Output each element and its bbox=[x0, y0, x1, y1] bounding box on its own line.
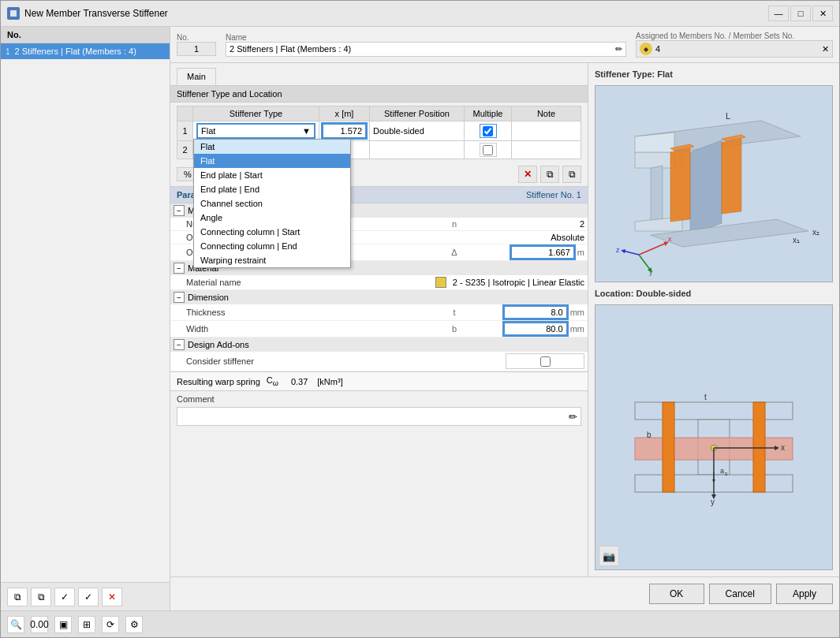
expand-material[interactable]: − bbox=[174, 263, 185, 274]
cancel-button[interactable]: Cancel bbox=[709, 584, 771, 604]
expand-multiple[interactable]: − bbox=[174, 205, 185, 216]
row-2-checkbox-wrapper[interactable] bbox=[480, 143, 497, 157]
offset-type-value: Absolute bbox=[466, 233, 584, 242]
row-2-checkbox[interactable] bbox=[483, 145, 493, 155]
uncheck-list-button[interactable]: ✓ bbox=[78, 588, 99, 606]
list-item[interactable]: 1 2 Stiffeners | Flat (Members : 4) bbox=[1, 43, 170, 59]
svg-marker-7 bbox=[651, 166, 663, 222]
thickness-label: Thickness bbox=[186, 308, 442, 317]
no-input[interactable]: 1 bbox=[177, 42, 216, 56]
svg-text:z: z bbox=[616, 246, 620, 254]
window-controls: — □ ✕ bbox=[768, 6, 833, 21]
consider-stiffener-label: Consider stiffener bbox=[186, 356, 442, 366]
svg-rect-23 bbox=[635, 402, 793, 420]
tab-main[interactable]: Main bbox=[177, 68, 216, 85]
delete-row-button[interactable]: ✕ bbox=[518, 166, 537, 183]
dropdown-item-conn-start[interactable]: Connecting column | Start bbox=[194, 225, 350, 239]
width-symbol: b bbox=[442, 324, 466, 334]
dropdown-item-conn-end[interactable]: Connecting column | End bbox=[194, 239, 350, 253]
comment-input-wrapper: ✏ bbox=[177, 407, 581, 426]
thickness-input[interactable] bbox=[504, 306, 567, 319]
dropdown-item-warping[interactable]: Warping restraint bbox=[194, 253, 350, 267]
name-input[interactable] bbox=[230, 44, 615, 54]
viz-panel: Stiffener Type: Flat bbox=[588, 63, 839, 576]
width-value-wrapper: mm bbox=[466, 323, 584, 335]
row-2-number: 2 bbox=[177, 141, 193, 159]
consider-stiffener-value bbox=[466, 353, 584, 369]
comment-input[interactable] bbox=[181, 412, 569, 421]
th-number bbox=[177, 106, 193, 121]
assigned-value: 4 bbox=[655, 44, 822, 54]
row-2-multiple bbox=[465, 141, 512, 159]
params-stiffener-no: Stiffener No. 1 bbox=[526, 190, 581, 200]
width-input[interactable] bbox=[504, 323, 567, 335]
consider-stiffener-checkbox-wrapper[interactable] bbox=[506, 353, 584, 369]
warp-symbol: Cω bbox=[267, 375, 278, 387]
maximize-button[interactable]: □ bbox=[790, 6, 811, 21]
minimize-button[interactable]: — bbox=[768, 6, 789, 21]
title-bar: New Member Transverse Stiffener — □ ✕ bbox=[1, 1, 839, 27]
status-icon-3[interactable]: ▣ bbox=[54, 616, 72, 633]
dropdown-item-channel[interactable]: Channel section bbox=[194, 196, 350, 211]
svg-marker-9 bbox=[670, 148, 690, 222]
svg-text:y: y bbox=[711, 498, 715, 506]
copy-list-button[interactable]: ⧉ bbox=[7, 588, 28, 606]
viz-location-title: Location: Double-sided bbox=[595, 289, 833, 298]
material-color-icon bbox=[435, 277, 446, 288]
th-note: Note bbox=[512, 106, 581, 121]
row-1-checkbox[interactable] bbox=[483, 126, 493, 136]
name-input-wrapper: ✏ bbox=[226, 42, 626, 57]
svg-text:x₁: x₁ bbox=[793, 236, 800, 244]
offset-input[interactable] bbox=[511, 246, 574, 259]
assigned-input-wrapper: ◆ 4 ✕ bbox=[636, 40, 833, 58]
row-1-type-chevron: ▼ bbox=[302, 126, 311, 136]
dropdown-item-angle[interactable]: Angle bbox=[194, 211, 350, 225]
apply-button[interactable]: Apply bbox=[776, 584, 833, 604]
header-assigned-group: Assigned to Members No. / Member Sets No… bbox=[636, 32, 833, 58]
screenshot-button[interactable]: 📷 bbox=[599, 546, 619, 566]
row-1-checkbox-wrapper[interactable] bbox=[480, 124, 497, 138]
material-name-row: Material name 2 - S235 | Isotropic | Lin… bbox=[170, 275, 588, 290]
stiffener-table: Stiffener Type x [m] Stiffener Position … bbox=[177, 106, 581, 159]
svg-text:L: L bbox=[726, 111, 730, 121]
close-button[interactable]: ✕ bbox=[812, 6, 833, 21]
comment-edit-button[interactable]: ✏ bbox=[569, 411, 577, 423]
assigned-icon: ◆ bbox=[640, 43, 652, 55]
status-icon-1[interactable]: 🔍 bbox=[7, 616, 24, 633]
expand-design-addons[interactable]: − bbox=[174, 339, 185, 350]
dimension-group: − Dimension Thickness t mm Wi bbox=[170, 290, 588, 338]
status-icon-4[interactable]: ⊞ bbox=[78, 616, 95, 633]
svg-line-15 bbox=[623, 251, 639, 255]
main-window: New Member Transverse Stiffener — □ ✕ No… bbox=[0, 0, 840, 638]
consider-stiffener-checkbox[interactable] bbox=[540, 356, 551, 367]
svg-text:t: t bbox=[704, 393, 707, 401]
ok-button[interactable]: OK bbox=[649, 584, 704, 604]
dropdown-item-flat-2[interactable]: Flat bbox=[194, 154, 350, 168]
dropdown-item-endplate-start[interactable]: End plate | Start bbox=[194, 168, 350, 182]
thickness-symbol: t bbox=[442, 308, 466, 317]
expand-dimension[interactable]: − bbox=[174, 292, 185, 303]
assigned-edit-button[interactable]: ✕ bbox=[822, 44, 829, 54]
name-edit-button[interactable]: ✏ bbox=[615, 44, 622, 54]
dimension-label: Dimension bbox=[188, 293, 229, 302]
dropdown-item-endplate-end[interactable]: End plate | End bbox=[194, 182, 350, 196]
viz-2d-view: x y t b a bbox=[595, 304, 833, 570]
status-icon-6[interactable]: ⚙ bbox=[125, 616, 143, 633]
delete-list-button[interactable]: ✕ bbox=[102, 588, 122, 606]
list-item-label: 2 Stiffeners | Flat (Members : 4) bbox=[15, 47, 136, 56]
status-icon-2[interactable]: 0.00 bbox=[31, 616, 48, 633]
design-addons-label: Design Add-ons bbox=[188, 340, 249, 349]
main-body: No. 1 2 Stiffeners | Flat (Members : 4) … bbox=[1, 27, 839, 610]
row-1-x-input[interactable] bbox=[323, 124, 366, 138]
thickness-unit: mm bbox=[570, 308, 584, 317]
paste-list-button[interactable]: ⧉ bbox=[31, 588, 51, 606]
row-1-note bbox=[512, 121, 581, 141]
paste-row-button[interactable]: ⧉ bbox=[562, 166, 581, 183]
row-1-type-select[interactable]: Flat ▼ bbox=[196, 123, 315, 139]
copy-row-button[interactable]: ⧉ bbox=[540, 166, 559, 183]
warp-row: Resulting warp spring Cω 0.37 [kNm³] bbox=[170, 371, 588, 390]
svg-rect-27 bbox=[663, 402, 674, 492]
status-icon-5[interactable]: ⟳ bbox=[102, 616, 119, 633]
dropdown-item-flat-1[interactable]: Flat bbox=[194, 140, 350, 154]
check-list-button[interactable]: ✓ bbox=[54, 588, 75, 606]
